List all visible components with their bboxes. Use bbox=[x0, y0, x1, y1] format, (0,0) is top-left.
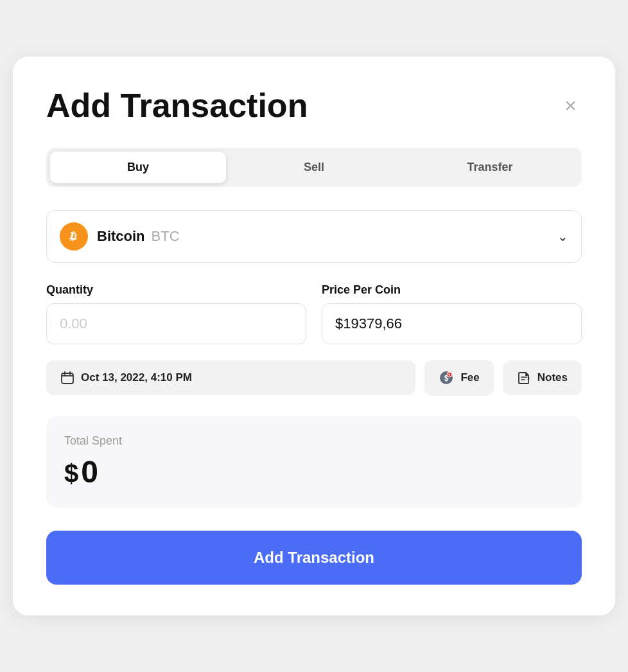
quantity-price-row: Quantity Price Per Coin bbox=[46, 283, 582, 344]
fee-label: Fee bbox=[460, 371, 479, 384]
fee-icon: $ bbox=[439, 370, 454, 385]
total-currency-symbol: $ bbox=[64, 459, 78, 488]
svg-point-0 bbox=[65, 228, 82, 245]
add-transaction-modal: Add Transaction × Buy Sell Transfer Bitc… bbox=[13, 57, 615, 615]
action-row: Oct 13, 2022, 4:10 PM $ Fee bbox=[46, 360, 582, 396]
quantity-group: Quantity bbox=[46, 283, 306, 344]
transaction-type-tabs: Buy Sell Transfer bbox=[46, 148, 582, 187]
calendar-icon bbox=[60, 371, 74, 385]
date-label: Oct 13, 2022, 4:10 PM bbox=[81, 371, 192, 384]
date-button[interactable]: Oct 13, 2022, 4:10 PM bbox=[46, 360, 415, 395]
price-input[interactable] bbox=[322, 303, 582, 344]
fee-button[interactable]: $ Fee bbox=[424, 360, 493, 396]
coin-symbol: BTC bbox=[152, 228, 180, 245]
close-button[interactable]: × bbox=[559, 93, 582, 118]
coin-selector[interactable]: Bitcoin BTC ⌄ bbox=[46, 210, 582, 263]
total-amount: 0 bbox=[81, 454, 98, 490]
total-section: Total Spent $ 0 bbox=[46, 416, 582, 508]
modal-title: Add Transaction bbox=[46, 87, 308, 124]
modal-header: Add Transaction × bbox=[46, 87, 582, 124]
quantity-input[interactable] bbox=[46, 303, 306, 344]
total-value: $ 0 bbox=[64, 454, 564, 490]
add-transaction-button[interactable]: Add Transaction bbox=[46, 531, 582, 585]
coin-name: Bitcoin bbox=[97, 228, 145, 245]
notes-button[interactable]: Notes bbox=[503, 360, 582, 395]
coin-icon bbox=[60, 222, 88, 251]
price-label: Price Per Coin bbox=[322, 283, 582, 297]
tab-sell[interactable]: Sell bbox=[226, 152, 402, 183]
price-group: Price Per Coin bbox=[322, 283, 582, 344]
total-label: Total Spent bbox=[64, 434, 564, 448]
tab-transfer[interactable]: Transfer bbox=[402, 152, 578, 183]
notes-icon bbox=[517, 371, 531, 385]
notes-label: Notes bbox=[537, 371, 568, 384]
quantity-label: Quantity bbox=[46, 283, 306, 297]
bitcoin-icon bbox=[65, 228, 82, 245]
svg-rect-1 bbox=[62, 373, 73, 384]
tab-buy[interactable]: Buy bbox=[50, 152, 226, 183]
chevron-down-icon: ⌄ bbox=[557, 229, 568, 244]
